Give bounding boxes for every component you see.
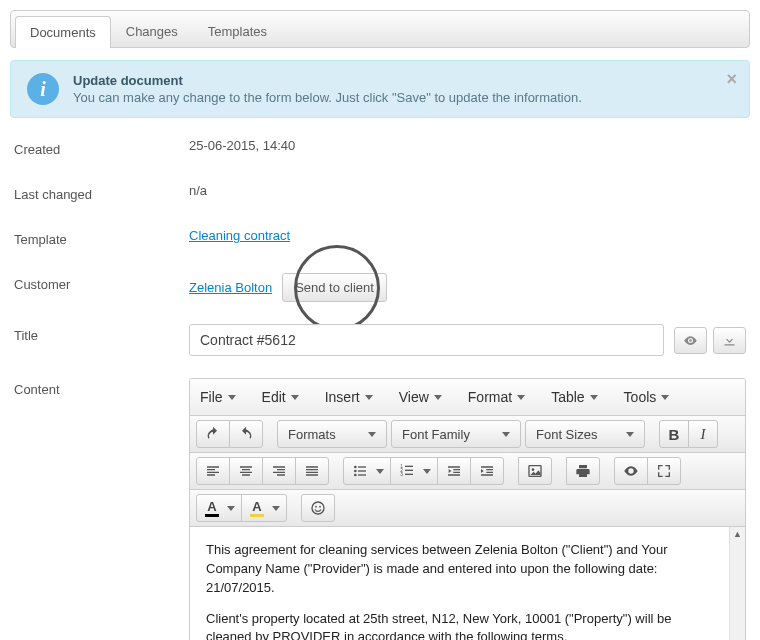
svg-rect-5 xyxy=(358,474,366,475)
preview-button[interactable] xyxy=(674,327,707,354)
download-button[interactable] xyxy=(713,327,746,354)
customer-label: Customer xyxy=(14,273,189,292)
fullscreen-icon xyxy=(656,463,672,479)
created-label: Created xyxy=(14,138,189,157)
menu-file-label: File xyxy=(200,389,223,405)
image-icon xyxy=(527,463,543,479)
fullscreen-button[interactable] xyxy=(647,457,681,485)
chevron-down-icon xyxy=(272,506,280,511)
undo-icon xyxy=(205,426,221,442)
menu-file[interactable]: File xyxy=(198,385,238,409)
send-to-client-button[interactable]: Send to client xyxy=(282,273,387,302)
info-icon: i xyxy=(27,73,59,105)
menu-table[interactable]: Table xyxy=(549,385,599,409)
insert-image-button[interactable] xyxy=(518,457,552,485)
editor-toolbar-3: A A xyxy=(190,490,745,527)
chevron-down-icon xyxy=(502,432,510,437)
font-sizes-label: Font Sizes xyxy=(536,427,597,442)
redo-button[interactable] xyxy=(229,420,263,448)
bullet-list-icon xyxy=(352,463,368,479)
svg-rect-9 xyxy=(405,470,413,471)
menu-format[interactable]: Format xyxy=(466,385,527,409)
preview-editor-button[interactable] xyxy=(614,457,648,485)
content-label: Content xyxy=(14,378,189,397)
font-family-label: Font Family xyxy=(402,427,470,442)
text-color-icon: A xyxy=(205,500,219,517)
font-family-dropdown[interactable]: Font Family xyxy=(391,420,521,448)
svg-point-4 xyxy=(354,474,357,477)
italic-button[interactable]: I xyxy=(688,420,718,448)
rich-text-editor: File Edit Insert View Format Table Tools… xyxy=(189,378,746,640)
tab-templates[interactable]: Templates xyxy=(193,15,282,47)
indent-icon xyxy=(479,463,495,479)
align-justify-button[interactable] xyxy=(295,457,329,485)
customer-link[interactable]: Zelenia Bolton xyxy=(189,280,272,295)
font-sizes-dropdown[interactable]: Font Sizes xyxy=(525,420,645,448)
chevron-down-icon xyxy=(376,469,384,474)
outdent-button[interactable] xyxy=(437,457,471,485)
contract-paragraph-2: Client's property located at 25th street… xyxy=(206,610,713,640)
emoji-button[interactable] xyxy=(301,494,335,522)
editor-content-area[interactable]: This agreement for cleaning services bet… xyxy=(190,527,745,640)
svg-rect-3 xyxy=(358,470,366,471)
highlight-color-button[interactable]: A xyxy=(241,494,287,522)
svg-point-13 xyxy=(532,468,535,471)
editor-scrollbar[interactable]: ▲ xyxy=(729,527,745,640)
info-alert: i Update document You can make any chang… xyxy=(10,60,750,118)
svg-point-15 xyxy=(315,506,317,508)
download-icon xyxy=(722,333,737,348)
chevron-down-icon xyxy=(228,395,236,400)
align-right-button[interactable] xyxy=(262,457,296,485)
italic-icon: I xyxy=(701,426,706,443)
editor-body[interactable]: This agreement for cleaning services bet… xyxy=(190,527,729,640)
svg-point-0 xyxy=(354,466,357,469)
align-justify-icon xyxy=(304,463,320,479)
info-text: Update document You can make any change … xyxy=(73,73,582,105)
tabs-bar: Documents Changes Templates xyxy=(10,10,750,48)
align-center-button[interactable] xyxy=(229,457,263,485)
bold-button[interactable]: B xyxy=(659,420,689,448)
tab-documents[interactable]: Documents xyxy=(15,16,111,48)
print-button[interactable] xyxy=(566,457,600,485)
emoji-icon xyxy=(310,500,326,516)
close-icon[interactable]: × xyxy=(726,69,737,90)
bullet-list-button[interactable] xyxy=(343,457,391,485)
eye-icon xyxy=(683,333,698,348)
chevron-down-icon xyxy=(626,432,634,437)
eye-icon xyxy=(623,463,639,479)
outdent-icon xyxy=(446,463,462,479)
formats-dropdown[interactable]: Formats xyxy=(277,420,387,448)
editor-toolbar-1: Formats Font Family Font Sizes B I xyxy=(190,416,745,453)
text-color-button[interactable]: A xyxy=(196,494,242,522)
menu-view[interactable]: View xyxy=(397,385,444,409)
template-link[interactable]: Cleaning contract xyxy=(189,228,290,243)
svg-rect-7 xyxy=(405,466,413,467)
formats-label: Formats xyxy=(288,427,336,442)
info-title: Update document xyxy=(73,73,582,88)
contract-paragraph-1: This agreement for cleaning services bet… xyxy=(206,541,713,598)
align-center-icon xyxy=(238,463,254,479)
lastchanged-label: Last changed xyxy=(14,183,189,202)
menu-edit[interactable]: Edit xyxy=(260,385,301,409)
menu-tools[interactable]: Tools xyxy=(622,385,672,409)
numbered-list-button[interactable]: 123 xyxy=(390,457,438,485)
title-input[interactable] xyxy=(189,324,664,356)
chevron-down-icon xyxy=(368,432,376,437)
menu-insert-label: Insert xyxy=(325,389,360,405)
indent-button[interactable] xyxy=(470,457,504,485)
chevron-down-icon xyxy=(590,395,598,400)
undo-button[interactable] xyxy=(196,420,230,448)
title-label: Title xyxy=(14,324,189,343)
info-body: You can make any change to the form belo… xyxy=(73,90,582,105)
svg-point-16 xyxy=(319,506,321,508)
menu-table-label: Table xyxy=(551,389,584,405)
bold-icon: B xyxy=(669,426,680,443)
menu-edit-label: Edit xyxy=(262,389,286,405)
scroll-up-icon[interactable]: ▲ xyxy=(730,527,745,541)
chevron-down-icon xyxy=(227,506,235,511)
print-icon xyxy=(575,463,591,479)
tab-changes[interactable]: Changes xyxy=(111,15,193,47)
menu-insert[interactable]: Insert xyxy=(323,385,375,409)
align-left-button[interactable] xyxy=(196,457,230,485)
svg-point-14 xyxy=(312,502,324,514)
